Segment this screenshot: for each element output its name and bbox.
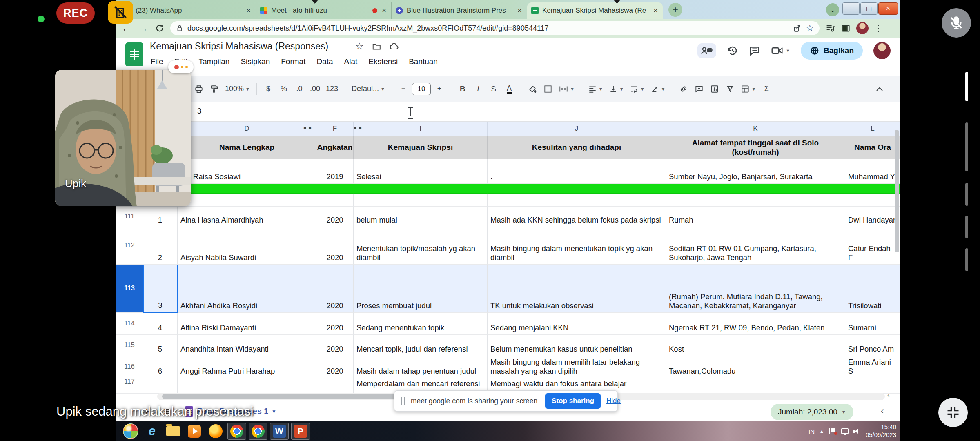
cell-nama[interactable]: Anggi Rahma Putri Harahap [178, 356, 316, 378]
formula-bar[interactable]: 3 [116, 102, 900, 122]
column-header[interactable]: Nama Ora [845, 136, 900, 159]
browser-tab[interactable]: Kemajuan Skripsi Mahasiswa (Re× [527, 2, 663, 19]
share-page-icon[interactable] [793, 24, 802, 33]
cell-alamat[interactable]: (Rumah) Perum. Mutiara Indah D.11, Tawan… [666, 265, 845, 313]
document-status-cloud-icon[interactable] [389, 42, 399, 51]
font-size-input[interactable]: 10 [412, 83, 431, 95]
cell-kesulitan[interactable]: Sedang menjalani KKN [488, 313, 666, 335]
cell-kemajuan[interactable]: Selesai [354, 159, 488, 184]
bold-button[interactable]: B [456, 82, 470, 96]
text-rotation-button[interactable]: ▼ [648, 82, 668, 96]
column-letter[interactable]: D [178, 122, 316, 136]
paint-format-icon[interactable] [207, 82, 221, 96]
cell-alamat[interactable] [666, 378, 845, 394]
font-select[interactable]: Defaul...▼ [350, 82, 387, 96]
cell-angkatan[interactable]: 2019 [316, 159, 354, 184]
cell-kesulitan[interactable]: Masih bingung dalam memilih latar belaka… [488, 356, 666, 378]
cell-kemajuan[interactable] [354, 194, 488, 207]
cell-no[interactable]: 1 [143, 207, 178, 227]
italic-button[interactable]: I [471, 82, 485, 96]
merge-cells-button[interactable]: ▼ [557, 82, 577, 96]
row-header[interactable]: 114 [116, 313, 143, 335]
browser-tab[interactable]: Meet - ato-hifi-uzu× [256, 2, 392, 19]
taskbar-file-explorer-icon[interactable] [164, 423, 183, 440]
cell-nama[interactable]: ma Raisa Sosiawi [178, 159, 316, 184]
mic-muted-button[interactable] [942, 8, 971, 38]
share-button[interactable]: Bagikan [801, 42, 863, 60]
sheet-tab-menu-icon[interactable]: ▼ [272, 409, 276, 414]
cell-alamat[interactable] [666, 194, 845, 207]
cell-no[interactable]: 4 [143, 313, 178, 335]
cell-no[interactable] [143, 378, 178, 394]
side-panel-icon[interactable] [841, 23, 851, 33]
cell-nama[interactable]: Akhfani Ahdika Rosyidi [178, 265, 316, 313]
minimize-presentation-button[interactable] [938, 398, 968, 427]
cell-ortu[interactable] [845, 184, 900, 194]
collapse-toolbar-icon[interactable] [873, 82, 886, 96]
fill-color-icon[interactable] [526, 82, 539, 96]
cell-kemajuan[interactable]: belum mulai [354, 207, 488, 227]
move-folder-icon[interactable] [372, 42, 381, 51]
cell-angkatan[interactable]: 2020 [316, 313, 354, 335]
cell-kesulitan[interactable]: Belum menemukan kasus untuk penelitian [488, 335, 666, 356]
cell-kesulitan[interactable] [488, 194, 666, 207]
cell-kemajuan[interactable]: Menentukan topik/masalah yg akan diambil [354, 227, 488, 265]
hide-toast-link[interactable]: Hide [606, 397, 621, 405]
account-avatar[interactable] [873, 42, 891, 59]
increase-font-size-button[interactable]: + [432, 82, 446, 96]
menu-alat[interactable]: Alat [344, 57, 358, 66]
new-tab-button[interactable]: + [668, 3, 682, 17]
vertical-align-button[interactable]: ▼ [607, 82, 626, 96]
tab-search-chevron-icon[interactable]: ⌄ [826, 3, 839, 16]
cell-kesulitan[interactable]: Masih ada KKN sehingga belum fokus pada … [488, 207, 666, 227]
cell-angkatan[interactable]: 2020 [316, 335, 354, 356]
cell-angkatan[interactable]: 2020 [316, 227, 354, 265]
insert-link-icon[interactable] [677, 82, 690, 96]
menu-sisipkan[interactable]: Sisipkan [241, 57, 270, 66]
increase-decimal-button[interactable]: .00 [308, 82, 322, 96]
menu-bantuan[interactable]: Bantuan [409, 57, 438, 66]
create-filter-icon[interactable] [723, 82, 737, 96]
cell-alamat[interactable]: Ngernak RT 21, RW 09, Bendo, Pedan, Klat… [666, 313, 845, 335]
close-tab-icon[interactable]: × [517, 6, 523, 15]
cell-no[interactable]: 2 [143, 227, 178, 265]
row-header[interactable]: 112 [116, 227, 143, 265]
browser-menu-icon[interactable]: ⋮ [874, 23, 883, 33]
browser-profile-avatar[interactable] [856, 22, 869, 34]
row-header[interactable]: 116 [116, 356, 143, 378]
row-header[interactable]: 111 [116, 207, 143, 227]
presence-indicator-icon[interactable] [697, 43, 716, 58]
cell-kemajuan[interactable]: Sedang menentukan topik [354, 313, 488, 335]
star-document-icon[interactable]: ☆ [355, 41, 364, 52]
insert-comment-icon[interactable] [692, 82, 706, 96]
language-indicator[interactable]: IN [808, 428, 815, 435]
taskbar-firefox-icon[interactable] [206, 423, 225, 440]
cell-ortu[interactable]: Muhammad Y [845, 159, 900, 184]
column-letter[interactable]: I [354, 122, 488, 136]
join-call-button[interactable]: ▼ [771, 45, 790, 56]
menu-ekstensi[interactable]: Ekstensi [368, 57, 398, 66]
decrease-font-size-button[interactable]: − [396, 82, 410, 96]
print-icon[interactable] [192, 82, 206, 96]
column-header[interactable]: Alamat tempat tinggal saat di Solo (kost… [666, 136, 845, 159]
menu-file[interactable]: File [151, 57, 163, 66]
column-header[interactable]: Angkatan [316, 136, 354, 159]
column-letter[interactable]: K [666, 122, 845, 136]
cell-ortu[interactable]: Catur Endah F [845, 227, 900, 265]
cell-angkatan[interactable]: 2020 [316, 265, 354, 313]
text-wrap-button[interactable]: ▼ [628, 82, 647, 96]
network-icon[interactable] [841, 428, 849, 434]
cell-nama[interactable] [178, 194, 316, 207]
insert-chart-icon[interactable] [708, 82, 722, 96]
cell-kesulitan[interactable]: TK untuk melakukan observasi [488, 265, 666, 313]
refresh-icon[interactable] [155, 23, 165, 33]
column-header[interactable]: Kemajuan Skripsi [354, 136, 488, 159]
vertical-scrollbar[interactable] [895, 130, 899, 252]
cell-nama[interactable]: Aina Hasna Almardhiyah [178, 207, 316, 227]
sum-badge[interactable]: Jumlah: 2,023.00▼ [771, 404, 853, 420]
cell-nama[interactable]: Aisyah Nabila Suwardi [178, 227, 316, 265]
cell-alamat[interactable] [666, 184, 845, 194]
volume-icon[interactable] [853, 428, 861, 434]
cell-angkatan[interactable] [316, 184, 354, 194]
cell-kesulitan[interactable] [488, 184, 666, 194]
